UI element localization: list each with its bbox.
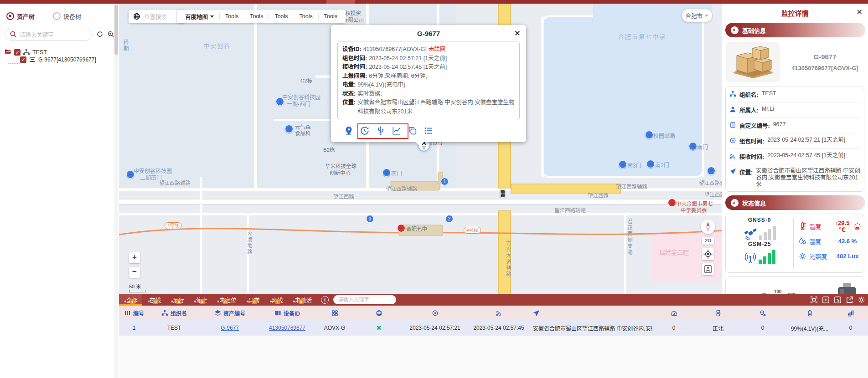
col-header-设备ID[interactable]: 设备ID	[260, 309, 314, 317]
field-value: Mr.Li	[762, 106, 774, 112]
field-label: 接收时间:	[739, 152, 764, 161]
col-header-speed[interactable]	[652, 310, 695, 317]
tree-node-device[interactable]: ✓ G-9677[413050769677]	[20, 54, 96, 65]
col-header-battery[interactable]	[785, 310, 835, 317]
sidebar-scrollbar-thumb[interactable]	[114, 5, 118, 55]
org-icon	[161, 310, 168, 317]
location-icon[interactable]	[344, 126, 354, 136]
fit-screen-icon[interactable]	[810, 296, 818, 304]
svg-text:100: 100	[774, 289, 782, 294]
panel-close-icon[interactable]: ✕	[857, 8, 863, 16]
metric-label: 温度	[809, 222, 831, 230]
copy-icon[interactable]	[408, 126, 418, 136]
filter-tab-未定位[interactable]: 0未定位	[212, 294, 241, 306]
table-search-input[interactable]	[333, 295, 396, 304]
col-header-target[interactable]	[403, 310, 467, 317]
offline-status: 未联网	[429, 45, 446, 54]
map-layer-select[interactable]: 百度地图	[180, 13, 220, 20]
popup-row-label: 接收时间:	[342, 63, 367, 72]
zoom-search-icon[interactable]	[107, 31, 114, 38]
panorama-button[interactable]	[702, 263, 714, 275]
row-link[interactable]: G-9677	[221, 325, 239, 331]
history-icon[interactable]	[360, 126, 370, 136]
zoom-in-button[interactable]: +	[129, 252, 140, 263]
popup-row-value: 6分钟;采样周期: 6分钟;	[369, 72, 427, 81]
device-tree-radio[interactable]	[53, 12, 61, 20]
list-icon[interactable]	[424, 126, 434, 136]
metric-value: 482 Lux	[834, 253, 861, 260]
asset-tree-label[interactable]: 资产树	[17, 12, 35, 20]
humidity-icon	[799, 237, 806, 245]
city-select[interactable]: 合肥市	[682, 9, 712, 22]
gnss-signal	[726, 225, 793, 240]
refresh-icon[interactable]	[96, 31, 103, 38]
filter-tab-在线[interactable]: 0在线	[142, 294, 165, 306]
monitor-detail-panel: 监控详情 ✕ » 基础信息	[722, 4, 868, 294]
direction-icon	[715, 310, 722, 317]
col-header-direction[interactable]	[695, 310, 741, 317]
count-badge: 0	[223, 299, 228, 304]
info-icon[interactable]: i	[321, 296, 329, 304]
map-canvas[interactable]: 科期中安创谷创谷股权投资管理有限公司C2栋中安创谷科技园一期-西门元气森食品科B…	[119, 4, 722, 294]
popup-row-label: 状态:	[342, 90, 356, 99]
filter-tab-异常[interactable]: 0异常	[241, 294, 264, 306]
filter-tab-全部[interactable]: 1全部	[119, 294, 142, 306]
metric-label: 光照度	[809, 252, 831, 261]
settings-icon[interactable]	[858, 296, 865, 304]
section-basic-info[interactable]: » 基础信息	[725, 23, 865, 37]
device-checkbox[interactable]: ✓	[20, 56, 26, 63]
locate-button[interactable]	[702, 248, 714, 260]
filter-tab-停止[interactable]: 0停止	[189, 294, 212, 306]
section-status-info[interactable]: » 状态信息	[725, 195, 865, 210]
map-tool-1[interactable]: Tools	[220, 13, 244, 20]
col-header-组织名[interactable]: 组织名	[149, 309, 199, 317]
map-tool-3[interactable]: Tools	[269, 13, 294, 20]
svg-text:GN: GN	[847, 315, 850, 317]
metro-red-pin: M	[397, 224, 405, 232]
field-row: 自定义编号:9677	[729, 118, 860, 133]
filter-tab-离线[interactable]: 1离线	[264, 294, 288, 306]
tree-search-input[interactable]: 请输入关键字	[5, 28, 93, 41]
table-row[interactable]: 1TESTG-9677413050769677AOVX-G✖2023-05-24…	[119, 320, 868, 336]
sidebar-scrollbar[interactable]	[114, 4, 118, 378]
building-pin: ▤	[285, 125, 293, 133]
filter-tab-运行[interactable]: 0运行	[165, 294, 189, 306]
count-badge: 0	[299, 299, 304, 304]
device-image	[726, 42, 780, 82]
popup-row: 电量:99%(4.1V)(充电中)	[342, 81, 515, 90]
view-2d-badge[interactable]: 2D	[702, 237, 714, 245]
popup-close-icon[interactable]: ✕	[514, 29, 521, 38]
map-tool-5[interactable]: Tools	[319, 13, 343, 20]
parking-pin: P	[707, 167, 715, 175]
col-header-globe[interactable]	[355, 310, 403, 317]
asset-tree-radio[interactable]	[6, 12, 14, 20]
compass-control[interactable]	[701, 220, 715, 234]
col-header-编号[interactable]: 编号	[119, 309, 149, 317]
row-link[interactable]: 413050769677	[269, 325, 305, 331]
col-header-plane[interactable]	[530, 310, 652, 317]
col-header-signal-gn[interactable]: GN	[835, 310, 867, 317]
fullscreen-icon[interactable]	[822, 296, 830, 304]
field-value: TEST	[762, 90, 776, 97]
col-header-资产编号[interactable]: 资产编号	[199, 309, 260, 317]
zoom-out-button[interactable]: −	[129, 267, 140, 278]
col-header-grid[interactable]	[314, 310, 355, 317]
satellite-dish-icon	[729, 153, 736, 159]
collapse-icon[interactable]	[834, 296, 842, 304]
popup-row-label: 电量:	[342, 81, 356, 90]
export-icon[interactable]	[846, 296, 853, 304]
usb-icon[interactable]	[376, 126, 386, 136]
filter-tab-未激活[interactable]: 0未激活	[288, 294, 317, 306]
col-header-satellite-dish[interactable]	[467, 310, 530, 317]
map-tool-4[interactable]: Tools	[294, 13, 319, 20]
col-header-route-pin[interactable]	[741, 310, 785, 317]
entrance-pin: ➜	[689, 142, 697, 150]
device-tree-label[interactable]: 设备树	[63, 12, 81, 20]
map-tool-2[interactable]: Tools	[244, 13, 269, 20]
col-header-label: 编号	[133, 309, 144, 317]
popup-row-value: 安徽省合肥市蜀山区望江西路辅路 中安创谷内,安徽叁宝堂生物科技有限公司东201米	[357, 98, 515, 116]
chart-icon[interactable]	[392, 126, 402, 136]
popup-title: G-9677	[337, 30, 520, 37]
row-cell: 99%(4.1V)(充...	[785, 324, 835, 332]
metro-line-badge: 4号线	[464, 227, 481, 234]
